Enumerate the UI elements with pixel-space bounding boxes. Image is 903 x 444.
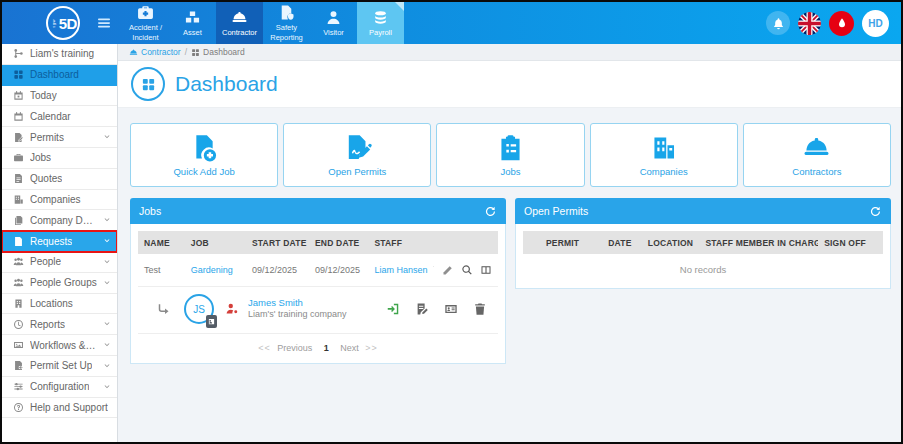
sign-in-icon[interactable] [386, 302, 400, 316]
chevron-down-icon [103, 362, 111, 370]
card-companies[interactable]: Companies [590, 123, 738, 187]
delete-icon[interactable] [473, 302, 487, 316]
tab-payroll[interactable]: Payroll [357, 2, 404, 44]
chevron-down-icon [103, 216, 111, 224]
card-open-permits[interactable]: Open Permits [283, 123, 431, 187]
bell-icon [772, 17, 785, 30]
tab-visitor[interactable]: Visitor [310, 2, 357, 44]
topbar-right: HD [766, 2, 901, 44]
edit-pencil-icon[interactable] [442, 264, 454, 276]
tab-contractor[interactable]: Contractor [216, 2, 263, 44]
tab-label: Safety Reporting [264, 23, 309, 42]
grid-icon [13, 69, 24, 80]
sidebar-item-locations[interactable]: Locations [2, 294, 117, 315]
sidebar-item-dashboard[interactable]: Dashboard [2, 65, 117, 86]
job-end-date: 09/12/2025 [309, 254, 368, 287]
logo-circle: sgw 5D [46, 6, 80, 40]
empty-state-text: No records [523, 254, 883, 281]
calendar-icon [13, 111, 24, 122]
quick-action-cards: Quick Add Job Open Permits Jobs Companie… [130, 123, 891, 187]
doc-gear-icon [13, 360, 24, 371]
pagination-last[interactable]: >> [365, 343, 378, 353]
col-actions [433, 231, 498, 254]
emergency-alert-button[interactable] [829, 11, 854, 36]
col-sign-off: SIGN OFF [818, 231, 883, 254]
page-title: Dashboard [175, 72, 278, 96]
hamburger-menu-icon[interactable] [96, 15, 112, 31]
logo: sgw 5D [2, 2, 80, 44]
sidebar-item-people[interactable]: People [2, 252, 117, 273]
building-windows-icon [649, 133, 678, 162]
col-location: LOCATION [642, 231, 700, 254]
tab-safety-reporting[interactable]: Safety Reporting [263, 2, 310, 44]
open-permits-table: PERMIT DATE LOCATION STAFF MEMBER IN CHA… [523, 231, 883, 254]
job-link[interactable]: Gardening [191, 265, 233, 275]
job-start-date: 09/12/2025 [246, 254, 309, 287]
columns-view-icon[interactable] [480, 264, 492, 276]
notifications-button[interactable] [766, 11, 790, 35]
pagination-current-page[interactable]: 1 [324, 343, 329, 353]
sidebar-item-quotes[interactable]: Quotes [2, 169, 117, 190]
table-row: Test Gardening 09/12/2025 09/12/2025 Lia… [138, 254, 498, 287]
col-staff: STAFF [368, 231, 433, 254]
id-card-icon[interactable] [444, 302, 458, 316]
staff-member-name[interactable]: James Smith [248, 297, 346, 309]
card-jobs[interactable]: Jobs [436, 123, 584, 187]
language-flag-uk[interactable] [798, 12, 821, 35]
staff-sub-row: JS James Smith Liam's' training company [138, 287, 498, 334]
person-alert-icon [225, 302, 239, 316]
jobs-table: NAME JOB START DATE END DATE STAFF [138, 231, 498, 287]
refresh-icon[interactable] [869, 205, 882, 218]
edit-form-icon[interactable] [415, 302, 429, 316]
people-group-icon [13, 277, 24, 288]
staff-link[interactable]: Liam Hansen [374, 265, 427, 275]
sidebar-item-companies[interactable]: Companies [2, 190, 117, 211]
tab-accident-incident[interactable]: Accident / Incident [122, 2, 169, 44]
hard-hat-icon [129, 48, 138, 57]
first-aid-icon [137, 4, 154, 21]
chevron-down-icon [103, 320, 111, 328]
coins-icon [372, 9, 389, 26]
droplet-icon [836, 17, 848, 29]
pagination-first[interactable]: << [258, 343, 271, 353]
delete-icon[interactable] [433, 264, 435, 276]
search-icon[interactable] [461, 264, 473, 276]
breadcrumb: Contractor / Dashboard [118, 44, 901, 61]
top-bar: sgw 5D Accident / Incident Asset Contrac… [2, 2, 901, 44]
tab-asset[interactable]: Asset [169, 2, 216, 44]
sidebar-item-company-documents[interactable]: Company Documents [2, 210, 117, 231]
sidebar-item-permit-set-up[interactable]: Permit Set Up [2, 356, 117, 377]
sidebar-item-reports[interactable]: Reports [2, 314, 117, 335]
chevron-down-icon [103, 133, 111, 141]
sidebar-item-permits[interactable]: Permits [2, 127, 117, 148]
sidebar-item-people-groups[interactable]: People Groups [2, 273, 117, 294]
sidebar-item-calendar[interactable]: Calendar [2, 106, 117, 127]
sidebar-item-today[interactable]: Today [2, 86, 117, 107]
refresh-icon[interactable] [484, 205, 497, 218]
hard-hat-icon [802, 133, 831, 162]
sidebar-item-configuration[interactable]: Configuration [2, 377, 117, 398]
col-name: NAME [138, 231, 185, 254]
card-quick-add-job[interactable]: Quick Add Job [130, 123, 278, 187]
pagination-next[interactable]: Next [340, 343, 359, 353]
briefcase-icon [13, 152, 24, 163]
calendar-day-icon [13, 90, 24, 101]
logo-prefix: sgw [51, 19, 56, 28]
doc-shield-icon [278, 4, 295, 21]
sidebar-item-requests[interactable]: Requests [2, 231, 117, 252]
avatar[interactable]: JS [184, 294, 214, 324]
sidebar-item-jobs[interactable]: Jobs [2, 148, 117, 169]
doc-arrow-icon [13, 236, 24, 247]
sidebar-item-liams-training[interactable]: Liam's training [2, 44, 117, 65]
col-staff-member-in-charge: STAFF MEMBER IN CHARGE [699, 231, 818, 254]
sidebar-item-help-support[interactable]: Help and Support [2, 398, 117, 419]
open-permits-panel-title: Open Permits [524, 205, 588, 217]
sidebar-item-workflows-inductions[interactable]: Workflows & Inductions [2, 335, 117, 356]
grid-icon [191, 48, 200, 57]
breadcrumb-contractor[interactable]: Contractor [129, 47, 181, 57]
card-contractors[interactable]: Contractors [743, 123, 891, 187]
pagination-previous[interactable]: Previous [277, 343, 312, 353]
user-avatar[interactable]: HD [862, 10, 889, 37]
pagination: << Previous 1 Next >> [138, 334, 498, 356]
col-date: DATE [602, 231, 642, 254]
